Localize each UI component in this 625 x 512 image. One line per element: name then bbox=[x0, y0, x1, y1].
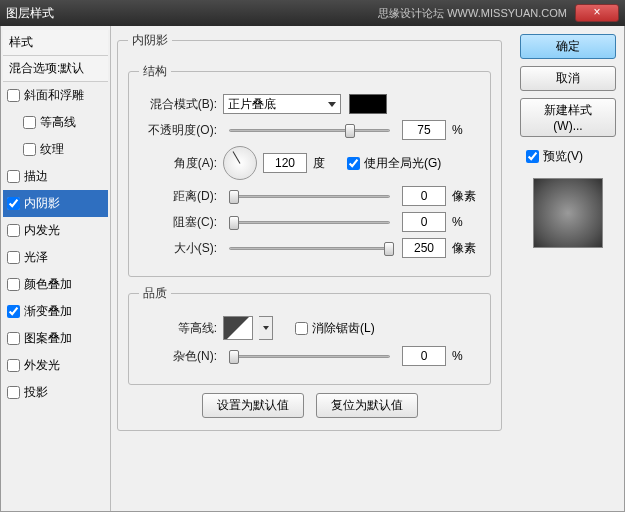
sidebar-checkbox[interactable] bbox=[7, 197, 20, 210]
preview-check[interactable]: 预览(V) bbox=[526, 148, 616, 165]
angle-label: 角度(A): bbox=[139, 155, 217, 172]
sidebar-item-label: 斜面和浮雕 bbox=[24, 87, 84, 104]
sidebar-item-9[interactable]: 图案叠加 bbox=[3, 325, 108, 352]
main-panel: 内阴影 结构 混合模式(B): 正片叠底 不透明度(O): 75 % bbox=[111, 26, 512, 511]
noise-slider[interactable] bbox=[229, 347, 390, 365]
preview-label: 预览(V) bbox=[543, 148, 583, 165]
global-light-check[interactable]: 使用全局光(G) bbox=[347, 155, 441, 172]
global-light-label: 使用全局光(G) bbox=[364, 155, 441, 172]
sidebar-item-4[interactable]: 内阴影 bbox=[3, 190, 108, 217]
structure-legend: 结构 bbox=[139, 63, 171, 80]
close-button[interactable]: × bbox=[575, 4, 619, 22]
sidebar-item-10[interactable]: 外发光 bbox=[3, 352, 108, 379]
blendmode-label: 混合模式(B): bbox=[139, 96, 217, 113]
window-title: 图层样式 bbox=[6, 5, 54, 22]
sidebar-item-5[interactable]: 内发光 bbox=[3, 217, 108, 244]
structure-fieldset: 结构 混合模式(B): 正片叠底 不透明度(O): 75 % 角度 bbox=[128, 63, 491, 277]
size-label: 大小(S): bbox=[139, 240, 217, 257]
contour-combo[interactable] bbox=[259, 316, 273, 340]
noise-label: 杂色(N): bbox=[139, 348, 217, 365]
sidebar-item-8[interactable]: 渐变叠加 bbox=[3, 298, 108, 325]
opacity-label: 不透明度(O): bbox=[139, 122, 217, 139]
sidebar-checkbox[interactable] bbox=[7, 170, 20, 183]
sidebar-item-label: 渐变叠加 bbox=[24, 303, 72, 320]
angle-input[interactable]: 120 bbox=[263, 153, 307, 173]
sidebar-item-2[interactable]: 纹理 bbox=[3, 136, 108, 163]
sidebar-blend-options[interactable]: 混合选项:默认 bbox=[3, 56, 108, 82]
sidebar-checkbox[interactable] bbox=[23, 116, 36, 129]
sidebar-item-3[interactable]: 描边 bbox=[3, 163, 108, 190]
sidebar-checkbox[interactable] bbox=[7, 89, 20, 102]
sidebar-checkbox[interactable] bbox=[7, 386, 20, 399]
sidebar-checkbox[interactable] bbox=[7, 251, 20, 264]
preview-thumbnail bbox=[533, 178, 603, 248]
ok-button[interactable]: 确定 bbox=[520, 34, 616, 59]
opacity-unit: % bbox=[452, 123, 480, 137]
distance-label: 距离(D): bbox=[139, 188, 217, 205]
angle-unit: 度 bbox=[313, 155, 341, 172]
color-swatch[interactable] bbox=[349, 94, 387, 114]
sidebar-item-6[interactable]: 光泽 bbox=[3, 244, 108, 271]
angle-dial[interactable] bbox=[223, 146, 257, 180]
inner-shadow-fieldset: 内阴影 结构 混合模式(B): 正片叠底 不透明度(O): 75 % bbox=[117, 32, 502, 431]
styles-sidebar: 样式 混合选项:默认 斜面和浮雕等高线纹理描边内阴影内发光光泽颜色叠加渐变叠加图… bbox=[1, 26, 111, 511]
sidebar-checkbox[interactable] bbox=[23, 143, 36, 156]
sidebar-item-0[interactable]: 斜面和浮雕 bbox=[3, 82, 108, 109]
sidebar-item-label: 纹理 bbox=[40, 141, 64, 158]
titlebar: 图层样式 思缘设计论坛 WWW.MISSYUAN.COM × bbox=[0, 0, 625, 26]
distance-input[interactable]: 0 bbox=[402, 186, 446, 206]
sidebar-item-label: 图案叠加 bbox=[24, 330, 72, 347]
choke-label: 阻塞(C): bbox=[139, 214, 217, 231]
sidebar-header[interactable]: 样式 bbox=[3, 30, 108, 56]
new-style-button[interactable]: 新建样式(W)... bbox=[520, 98, 616, 137]
sidebar-item-label: 光泽 bbox=[24, 249, 48, 266]
opacity-input[interactable]: 75 bbox=[402, 120, 446, 140]
blendmode-combo[interactable]: 正片叠底 bbox=[223, 94, 341, 114]
choke-input[interactable]: 0 bbox=[402, 212, 446, 232]
sidebar-checkbox[interactable] bbox=[7, 278, 20, 291]
size-unit: 像素 bbox=[452, 240, 480, 257]
sidebar-item-label: 颜色叠加 bbox=[24, 276, 72, 293]
opacity-slider[interactable] bbox=[229, 121, 390, 139]
choke-slider[interactable] bbox=[229, 213, 390, 231]
sidebar-item-11[interactable]: 投影 bbox=[3, 379, 108, 406]
sidebar-item-7[interactable]: 颜色叠加 bbox=[3, 271, 108, 298]
antialias-label: 消除锯齿(L) bbox=[312, 320, 375, 337]
make-default-button[interactable]: 设置为默认值 bbox=[202, 393, 304, 418]
cancel-button[interactable]: 取消 bbox=[520, 66, 616, 91]
sidebar-item-label: 内发光 bbox=[24, 222, 60, 239]
sidebar-checkbox[interactable] bbox=[7, 224, 20, 237]
chevron-down-icon bbox=[328, 102, 336, 107]
antialias-checkbox[interactable] bbox=[295, 322, 308, 335]
size-slider[interactable] bbox=[229, 239, 390, 257]
sidebar-item-label: 等高线 bbox=[40, 114, 76, 131]
sidebar-item-1[interactable]: 等高线 bbox=[3, 109, 108, 136]
sidebar-checkbox[interactable] bbox=[7, 332, 20, 345]
choke-unit: % bbox=[452, 215, 480, 229]
sidebar-item-label: 描边 bbox=[24, 168, 48, 185]
sidebar-item-label: 外发光 bbox=[24, 357, 60, 374]
noise-unit: % bbox=[452, 349, 480, 363]
distance-unit: 像素 bbox=[452, 188, 480, 205]
right-column: 确定 取消 新建样式(W)... 预览(V) bbox=[512, 26, 624, 511]
distance-slider[interactable] bbox=[229, 187, 390, 205]
chevron-down-icon bbox=[263, 326, 269, 330]
sidebar-checkbox[interactable] bbox=[7, 305, 20, 318]
reset-default-button[interactable]: 复位为默认值 bbox=[316, 393, 418, 418]
panel-title: 内阴影 bbox=[128, 32, 172, 49]
sidebar-item-label: 内阴影 bbox=[24, 195, 60, 212]
sidebar-checkbox[interactable] bbox=[7, 359, 20, 372]
quality-legend: 品质 bbox=[139, 285, 171, 302]
contour-thumb[interactable] bbox=[223, 316, 253, 340]
quality-fieldset: 品质 等高线: 消除锯齿(L) 杂色(N): 0 % bbox=[128, 285, 491, 385]
watermark-text: 思缘设计论坛 WWW.MISSYUAN.COM bbox=[378, 6, 567, 21]
blendmode-value: 正片叠底 bbox=[228, 96, 276, 113]
antialias-check[interactable]: 消除锯齿(L) bbox=[295, 320, 375, 337]
preview-checkbox[interactable] bbox=[526, 150, 539, 163]
noise-input[interactable]: 0 bbox=[402, 346, 446, 366]
dialog-body: 样式 混合选项:默认 斜面和浮雕等高线纹理描边内阴影内发光光泽颜色叠加渐变叠加图… bbox=[0, 26, 625, 512]
sidebar-item-label: 投影 bbox=[24, 384, 48, 401]
contour-label: 等高线: bbox=[139, 320, 217, 337]
size-input[interactable]: 250 bbox=[402, 238, 446, 258]
global-light-checkbox[interactable] bbox=[347, 157, 360, 170]
